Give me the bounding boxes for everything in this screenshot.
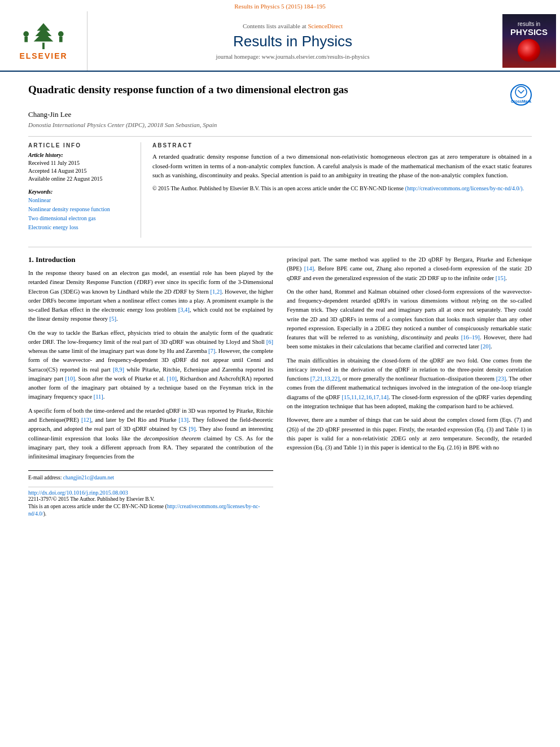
svg-point-9 <box>515 86 527 98</box>
ref-16-19[interactable]: [16–19] <box>461 334 480 340</box>
elsevier-wordmark: ELSEVIER <box>19 51 67 60</box>
keywords-label: Keywords: <box>28 189 132 195</box>
elsevier-logo-section: ELSEVIER <box>0 11 88 71</box>
svg-rect-1 <box>42 42 45 49</box>
results-in-physics-badge: results in PHYSICS <box>502 14 556 68</box>
abstract-text: A retarded quadratic density response fu… <box>152 152 532 180</box>
keywords-group: Keywords: Nonlinear Nonlinear density re… <box>28 189 132 232</box>
article-history: Article history: Received 11 July 2015 A… <box>28 152 132 183</box>
article-title-section: Quadratic density response function of a… <box>28 83 532 106</box>
author-name: Chang-Jin Lee <box>28 110 532 119</box>
right-column: principal part. The same method was appl… <box>287 255 532 518</box>
accepted-date: Accepted 14 August 2015 <box>28 167 132 175</box>
badge-orb-decoration <box>518 39 540 62</box>
article-info-label: ARTICLE INFO <box>28 142 132 148</box>
history-label: Article history: <box>28 152 132 158</box>
ref-14[interactable]: [14] <box>304 265 314 272</box>
ref-15-11-12-16-17-14[interactable]: [15,11,12,16,17,14] <box>342 394 388 400</box>
ref-1-2[interactable]: [1,2] <box>211 289 222 295</box>
intro-para-2: On the way to tackle the Barkas effect, … <box>28 329 273 402</box>
footnote-area: E-mail address: changjin21c@daum.net <box>28 470 273 482</box>
journal-title: Results in Physics <box>233 33 352 50</box>
article-info-abstract: ARTICLE INFO Article history: Received 1… <box>28 136 532 238</box>
intro-para-3: A specific form of both the time-ordered… <box>28 407 273 462</box>
ref-6[interactable]: [6] <box>266 339 273 345</box>
journal-header: ELSEVIER Contents lists available at Sci… <box>0 11 560 72</box>
abstract-section: ABSTRACT A retarded quadratic density re… <box>152 142 532 238</box>
crossmark-text: CrossMark <box>511 99 531 104</box>
received-date: Received 11 July 2015 <box>28 159 132 167</box>
ref-3-4[interactable]: [3,4] <box>178 307 190 313</box>
journal-citation: Results in Physics 5 (2015) 184–195 <box>234 3 326 10</box>
journal-badge-section: results in PHYSICS <box>498 11 560 71</box>
journal-homepage: journal homepage: www.journals.elsevier.… <box>216 54 370 60</box>
keyword-eel[interactable]: Electronic energy loss <box>28 223 132 232</box>
ref-5[interactable]: [5] <box>110 316 116 322</box>
article-title: Quadratic density response function of a… <box>28 83 348 97</box>
available-date: Available online 22 August 2015 <box>28 175 132 183</box>
ref-12[interactable]: [12] <box>81 417 91 423</box>
ref-11[interactable]: [11] <box>94 394 103 400</box>
keyword-nonlinear[interactable]: Nonlinear <box>28 196 132 205</box>
left-column: 1. Introduction In the response theory b… <box>28 255 273 518</box>
svg-rect-8 <box>59 36 63 42</box>
right-para-1: principal part. The same method was appl… <box>287 255 532 283</box>
homepage-link[interactable]: www.journals.elsevier.com/results-in-phy… <box>262 54 370 60</box>
right-para-3: The main difficulties in obtaining the c… <box>287 356 532 412</box>
license-text: © 2015 The Author. Published by Elsevier… <box>152 185 532 193</box>
svg-point-5 <box>23 31 29 37</box>
license-link[interactable]: (http://creativecommons.org/licenses/by-… <box>405 185 524 191</box>
badge-results-in: results in <box>518 21 540 27</box>
svg-point-7 <box>58 31 64 37</box>
keywords-list: Nonlinear Nonlinear density response fun… <box>28 196 132 232</box>
keyword-2deg[interactable]: Two dimensional electron gas <box>28 214 132 223</box>
ref-20[interactable]: [20] <box>480 343 491 350</box>
sciencedirect-link[interactable]: ScienceDirect <box>308 23 343 29</box>
right-para-4: However, there are a number of things th… <box>287 416 532 452</box>
ref-15[interactable]: [15] <box>496 275 506 281</box>
open-access-text: This is an open access article under the… <box>28 503 273 518</box>
article-info: ARTICLE INFO Article history: Received 1… <box>28 142 141 238</box>
divider <box>28 247 532 247</box>
ref-7-21-13-22[interactable]: [7,21,13,22] <box>310 375 340 382</box>
ref-13[interactable]: [13] <box>178 417 189 423</box>
abstract-label: ABSTRACT <box>152 142 532 148</box>
top-bar: Results in Physics 5 (2015) 184–195 <box>0 0 560 11</box>
ref-9[interactable]: [9] <box>189 426 195 432</box>
ref-10[interactable]: [10] <box>65 375 75 382</box>
keyword-ndrf[interactable]: Nonlinear density response function <box>28 205 132 214</box>
ref-10b[interactable]: [10] <box>167 375 177 382</box>
sciencedirect-line: Contents lists available at ScienceDirec… <box>243 23 343 29</box>
bottom-links: http://dx.doi.org/10.1016/j.rinp.2015.08… <box>28 487 273 518</box>
ref-8-9[interactable]: [8,9] <box>113 366 124 373</box>
elsevier-tree-icon <box>15 22 72 50</box>
journal-header-center: Contents lists available at ScienceDirec… <box>88 11 498 71</box>
main-columns: 1. Introduction In the response theory b… <box>28 255 532 518</box>
intro-para-1: In the response theory based on an elect… <box>28 269 273 324</box>
ref-7[interactable]: [7] <box>208 348 215 354</box>
email-link[interactable]: changjin21c@daum.net <box>63 475 114 480</box>
crossmark-badge[interactable]: CrossMark <box>510 84 532 106</box>
badge-physics: PHYSICS <box>510 27 548 37</box>
paper-content: Quadratic density response function of a… <box>0 72 560 530</box>
right-para-2: On the other hand, Rommel and Kalman obt… <box>287 287 532 352</box>
issn-text: 2211-3797/© 2015 The Author. Published b… <box>28 496 273 503</box>
intro-title: 1. Introduction <box>28 255 273 264</box>
svg-rect-6 <box>24 36 28 42</box>
footnote-email: E-mail address: changjin21c@daum.net <box>28 474 273 482</box>
ref-23[interactable]: [23] <box>496 375 506 382</box>
affiliation: Donostia International Physics Center (D… <box>28 121 532 128</box>
crossmark-icon <box>515 86 527 98</box>
doi-link[interactable]: http://dx.doi.org/10.1016/j.rinp.2015.08… <box>28 490 273 496</box>
elsevier-logo: ELSEVIER <box>15 22 72 60</box>
